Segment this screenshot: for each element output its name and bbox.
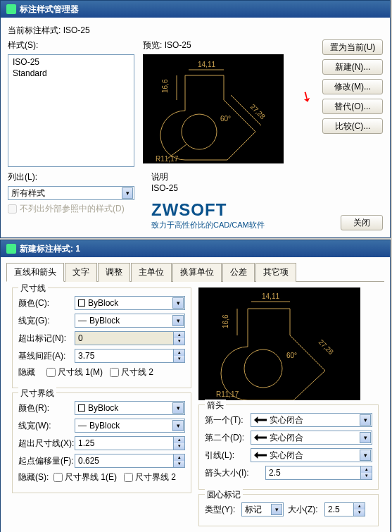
ext-beyond-dim-spinner[interactable]: 1.25▴▾ — [75, 436, 185, 450]
dimline-lw-combo[interactable]: —ByBlock▾ — [75, 314, 185, 328]
spin-down-icon[interactable]: ▾ — [173, 461, 184, 467]
chevron-down-icon: ▾ — [360, 450, 371, 461]
titlebar[interactable]: 新建标注样式: 1 — [1, 240, 390, 257]
spin-up-icon[interactable]: ▴ — [353, 503, 365, 509]
spin-up-icon[interactable]: ▴ — [173, 454, 184, 461]
tab-text[interactable]: 文字 — [65, 263, 97, 282]
arrow-first-label: 第一个(T): — [205, 414, 251, 426]
baseline-spacing-spinner[interactable]: 3.75▴▾ — [75, 349, 185, 363]
arrow-first-combo[interactable]: 实心闭合▾ — [251, 413, 372, 427]
chevron-down-icon: ▾ — [172, 315, 184, 326]
svg-text:R11,17: R11,17 — [216, 390, 239, 398]
center-size-label: 大小(Z): — [288, 504, 324, 516]
svg-text:16,6: 16,6 — [222, 314, 229, 328]
list-item[interactable]: Standard — [10, 68, 132, 79]
extline-color-combo[interactable]: ByBlock▾ — [75, 401, 185, 415]
spin-up-icon[interactable]: ▴ — [173, 349, 184, 356]
chevron-down-icon: ▾ — [122, 187, 133, 199]
arrow-title: 箭头 — [205, 400, 226, 412]
description-value: ISO-25 — [151, 183, 265, 193]
leader-combo[interactable]: 实心闭合▾ — [251, 448, 372, 462]
titlebar[interactable]: 标注样式管理器 — [1, 1, 390, 18]
extline-hide-label: 隐藏(S): — [18, 471, 53, 483]
chevron-down-icon: ▾ — [172, 420, 184, 431]
center-size-spinner[interactable]: 2.5▴▾ — [324, 502, 365, 516]
dimline-lw-label: 线宽(G): — [18, 315, 75, 327]
hide-extline1-checkbox[interactable] — [53, 473, 63, 482]
spin-down-icon[interactable]: ▾ — [173, 338, 184, 345]
spin-down-icon[interactable]: ▾ — [360, 473, 372, 479]
close-button[interactable]: 关闭 — [341, 215, 383, 230]
color-swatch-icon — [78, 299, 85, 307]
svg-point-10 — [244, 349, 282, 388]
tab-alt-units[interactable]: 换算单位 — [172, 263, 222, 282]
zwsoft-logo: ZWSOFT — [151, 200, 265, 220]
new-button[interactable]: 新建(N)... — [322, 59, 383, 75]
compare-button[interactable]: 比较(C)... — [322, 118, 383, 134]
window-title: 标注样式管理器 — [20, 4, 384, 16]
arrow-second-label: 第二个(D): — [205, 432, 251, 444]
dimline-color-combo[interactable]: ByBlock▾ — [75, 296, 185, 310]
svg-text:R11,17: R11,17 — [156, 155, 179, 163]
ext-beyond-dim-label: 超出尺寸线(X): — [18, 438, 75, 450]
svg-text:14,11: 14,11 — [262, 292, 279, 300]
spin-down-icon[interactable]: ▾ — [173, 443, 184, 450]
tab-tolerance[interactable]: 公差 — [222, 263, 255, 282]
dimline-group: 尺寸线 颜色(C): ByBlock▾ 线宽(G): —ByBlock▾ 超出标… — [12, 287, 191, 388]
arrowhead-icon — [254, 434, 267, 441]
dimline-title: 尺寸线 — [18, 283, 48, 295]
extline-lw-combo[interactable]: —ByBlock▾ — [75, 419, 185, 433]
extline-color-label: 颜色(R): — [18, 402, 75, 414]
window-title: 新建标注样式: 1 — [20, 243, 384, 255]
app-icon — [6, 244, 16, 254]
hide-extline2-checkbox[interactable] — [124, 473, 133, 482]
list-item[interactable]: ISO-25 — [10, 56, 132, 68]
tab-lines-arrows[interactable]: 直线和箭头 — [6, 263, 64, 282]
spin-down-icon[interactable]: ▾ — [353, 509, 365, 516]
styles-listbox[interactable]: ISO-25 Standard — [8, 54, 134, 167]
offset-origin-label: 起点偏移量(F): — [18, 455, 75, 467]
chevron-down-icon: ▾ — [360, 414, 371, 426]
arrow-group: 箭头 第一个(T): 实心闭合▾ 第二个(D): 实心闭合▾ 引线(L): 实心… — [198, 404, 379, 490]
center-type-label: 类型(Y): — [205, 504, 241, 516]
tab-other[interactable]: 其它项 — [255, 263, 296, 282]
modify-button[interactable]: 修改(M)... — [322, 79, 383, 94]
tab-primary-units[interactable]: 主单位 — [131, 263, 172, 282]
list-filter-select[interactable]: 所有样式 ▾ — [8, 186, 134, 200]
arrow-second-combo[interactable]: 实心闭合▾ — [251, 431, 372, 445]
svg-text:16,6: 16,6 — [161, 79, 169, 93]
preview-panel: 14,11 16,6 27,28 60° R11,17 — [198, 287, 360, 400]
hide-dimline1-checkbox[interactable] — [46, 368, 56, 377]
set-current-button[interactable]: 置为当前(U) — [322, 39, 383, 55]
spin-up-icon[interactable]: ▴ — [173, 437, 184, 443]
svg-text:27,28: 27,28 — [317, 338, 336, 357]
chevron-down-icon: ▾ — [172, 402, 184, 414]
svg-text:27,28: 27,28 — [249, 103, 267, 121]
hide-dimline2-checkbox[interactable] — [110, 368, 119, 377]
list-filter-label: 列出(L): — [8, 171, 143, 183]
preview-label: 预览: ISO-25 — [143, 39, 314, 51]
ext-beyond-label: 超出标记(N): — [18, 333, 75, 345]
extline-lw-label: 线宽(W): — [18, 420, 75, 432]
zwsoft-tagline: 致力于高性价比的CAD/CAM软件 — [151, 220, 265, 230]
tab-fit[interactable]: 调整 — [98, 263, 130, 282]
spin-up-icon[interactable]: ▴ — [360, 466, 372, 473]
spin-up-icon[interactable]: ▴ — [173, 332, 184, 338]
color-swatch-icon — [78, 404, 85, 412]
chevron-down-icon: ▾ — [360, 432, 371, 443]
new-dim-style-window: 新建标注样式: 1 直线和箭头 文字 调整 主单位 换算单位 公差 其它项 尺寸… — [0, 240, 391, 532]
extline-group: 尺寸界线 颜色(R): ByBlock▾ 线宽(W): —ByBlock▾ 超出… — [12, 392, 191, 493]
dim-style-manager-window: 标注样式管理器 当前标注样式: ISO-25 样式(S): ISO-25 Sta… — [0, 0, 391, 238]
arrowhead-icon — [254, 452, 267, 459]
offset-origin-spinner[interactable]: 0.625▴▾ — [75, 454, 185, 468]
spin-down-icon[interactable]: ▾ — [173, 356, 184, 362]
svg-point-0 — [182, 114, 217, 149]
center-type-combo[interactable]: 标记▾ — [241, 502, 284, 516]
svg-text:60°: 60° — [220, 115, 231, 123]
arrow-size-spinner[interactable]: 2.5▴▾ — [265, 466, 372, 480]
ext-beyond-spinner[interactable]: 0▴▾ — [75, 331, 185, 345]
tab-bar: 直线和箭头 文字 调整 主单位 换算单位 公差 其它项 — [6, 263, 384, 282]
leader-label: 引线(L): — [205, 450, 251, 462]
svg-text:60°: 60° — [286, 352, 297, 359]
override-button[interactable]: 替代(O)... — [322, 99, 383, 114]
